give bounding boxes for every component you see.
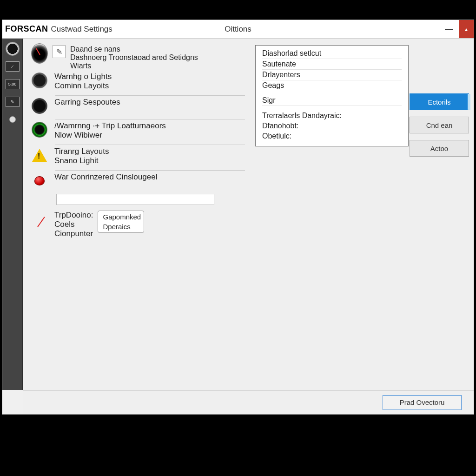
- settings-list: ✎ Daand se nans Dashnoerg Troonstaoad ar…: [31, 45, 245, 243]
- header-text: Daand se nans Dashnoerg Troonstaoad ared…: [70, 45, 245, 70]
- sidebar-edit-icon[interactable]: ✎: [5, 95, 20, 108]
- panel-row[interactable]: Obetiulc:: [262, 131, 402, 141]
- list-item-warning-lights[interactable]: Warnhg o Lights Cominn Layoits: [31, 70, 245, 95]
- text-field[interactable]: [56, 194, 214, 205]
- select-option-2: Dperaics: [103, 223, 139, 231]
- titlebar-left: FORSCAN Custwad Settings: [2, 24, 112, 34]
- gauge-icon: [31, 98, 48, 114]
- header-line2: Dashnoerg Troonstaoad ared Setidgns: [70, 53, 245, 62]
- item-subtitle: Cominn Layoits: [54, 81, 245, 91]
- primary-action-button[interactable]: Ectorils: [410, 93, 469, 110]
- item-line2: Coels: [54, 220, 93, 229]
- minimize-button[interactable]: —: [439, 20, 459, 38]
- close-button[interactable]: ▴: [459, 20, 474, 38]
- body-area: ⟋ 5.00 ✎ ✎ Daand se nans Dashnoerg Troon…: [2, 39, 474, 390]
- panel-row[interactable]: Dfanohobt:: [262, 121, 402, 131]
- app-window: FORSCAN Custwad Settings Oittions — ▴ ⟋ …: [2, 20, 474, 415]
- item-line1: TrpDooino:: [54, 211, 93, 220]
- sidebar-badge[interactable]: 5.00: [5, 78, 20, 91]
- gauge-icon: [31, 45, 48, 62]
- app-name: FORSCAN: [5, 24, 48, 34]
- item-subtitle: Snano Lighit: [54, 156, 245, 165]
- list-item-gauges[interactable]: Garring Sespoutes: [31, 96, 245, 119]
- gauge-green-icon: [31, 121, 48, 138]
- window-subtitle: Custwad Settings: [51, 25, 112, 34]
- list-item-trip-computer[interactable]: TrpDooino: Coels Cionpunter Gapomnked Dp…: [31, 209, 245, 243]
- action-buttons: Ectorils Cnd ean Actoo: [410, 93, 469, 157]
- panel-row[interactable]: Diashorlad setlcut: [262, 48, 402, 59]
- warning-triangle-icon: [31, 147, 48, 164]
- titlebar: FORSCAN Custwad Settings Oittions — ▴: [2, 20, 474, 39]
- needle-icon: [31, 211, 48, 227]
- tertiary-action-button[interactable]: Actoo: [410, 140, 469, 157]
- red-indicator-icon: [31, 172, 48, 189]
- details-panel: Diashorlad setlcut Sautenate Drlayenters…: [255, 45, 409, 146]
- list-item-layouts[interactable]: Tiranrg Layouts Snano Lighit: [31, 145, 245, 170]
- select-box[interactable]: Gapomnked Dperaics: [98, 211, 144, 233]
- list-item-header[interactable]: ✎ Daand se nans Dashnoerg Troonstaoad ar…: [31, 45, 245, 70]
- secondary-action-button[interactable]: Cnd ean: [410, 117, 469, 133]
- panel-row[interactable]: Sautenate: [262, 59, 402, 70]
- footer-bar: Prad Ovectoru: [23, 390, 474, 414]
- panel-row[interactable]: Trerralaerls Dandayraic:: [262, 111, 402, 121]
- window-controls: — ▴: [439, 20, 474, 38]
- spacer: [262, 106, 402, 111]
- item-title: Warnhg o Lights: [54, 72, 245, 81]
- sidebar-graph-icon[interactable]: ⟋: [5, 60, 20, 73]
- edit-icon[interactable]: ✎: [53, 45, 66, 58]
- panel-row[interactable]: Geags: [262, 80, 402, 91]
- sidebar-gauge-icon[interactable]: [5, 42, 20, 55]
- ok-button[interactable]: Prad Ovectoru: [383, 395, 462, 410]
- item-title: War Conrinzered Cinslougeel: [54, 172, 245, 182]
- list-item-trip-warning[interactable]: /Wamrnng ·+ Trip Loatturnaeors Nlow Wibi…: [31, 119, 245, 145]
- item-title: /Wamrnng ·+ Trip Loatturnaeors: [54, 121, 245, 131]
- item-title: Garring Sespoutes: [54, 98, 245, 107]
- panel-row[interactable]: Sigr: [262, 95, 402, 106]
- gauge-icon: [31, 72, 48, 89]
- item-subtitle: Nlow Wibiwer: [54, 131, 245, 140]
- item-title: Tiranrg Layouts: [54, 147, 245, 156]
- panel-row[interactable]: Drlayenters: [262, 70, 402, 80]
- header-line1: Daand se nans: [70, 45, 245, 53]
- item-line3: Cionpunter: [54, 229, 93, 238]
- select-option-1: Gapomnked: [103, 213, 139, 221]
- spacer: [262, 91, 402, 95]
- content-area: ✎ Daand se nans Dashnoerg Troonstaoad ar…: [23, 39, 474, 390]
- header-line3: Wiarts: [70, 62, 245, 70]
- trip-labels: TrpDooino: Coels Cionpunter: [54, 211, 93, 238]
- list-item-war-continued[interactable]: War Conrinzered Cinslougeel: [31, 171, 245, 194]
- sidebar: ⟋ 5.00 ✎: [2, 39, 23, 390]
- sidebar-dot-icon[interactable]: [5, 113, 20, 126]
